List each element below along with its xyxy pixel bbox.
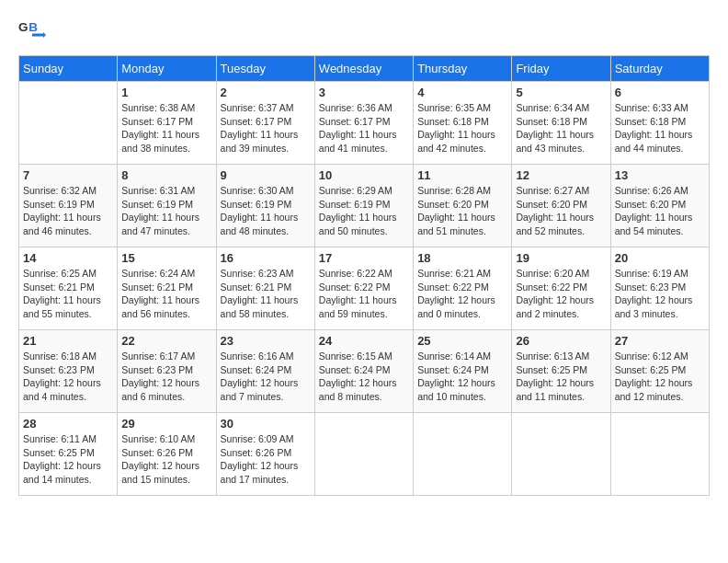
day-number: 18 [417, 251, 507, 265]
weekday-header-row: SundayMondayTuesdayWednesdayThursdayFrid… [19, 56, 710, 82]
day-cell: 30Sunrise: 6:09 AMSunset: 6:26 PMDayligh… [216, 413, 314, 496]
day-cell [414, 413, 512, 496]
day-number: 2 [221, 86, 311, 99]
svg-text:G: G [18, 20, 28, 34]
day-info: Sunrise: 6:29 AMSunset: 6:19 PMDaylight:… [319, 184, 409, 238]
day-number: 29 [121, 417, 211, 431]
day-number: 8 [121, 168, 211, 182]
day-info: Sunrise: 6:35 AMSunset: 6:18 PMDaylight:… [417, 101, 507, 155]
day-info: Sunrise: 6:28 AMSunset: 6:20 PMDaylight:… [417, 184, 507, 238]
day-info: Sunrise: 6:09 AMSunset: 6:26 PMDaylight:… [221, 432, 311, 487]
day-info: Sunrise: 6:19 AMSunset: 6:23 PMDaylight:… [615, 267, 705, 321]
weekday-header-saturday: Saturday [610, 56, 709, 82]
week-row-1: 1Sunrise: 6:38 AMSunset: 6:17 PMDaylight… [19, 82, 710, 165]
day-info: Sunrise: 6:15 AMSunset: 6:24 PMDaylight:… [319, 350, 409, 404]
day-number: 13 [615, 168, 705, 182]
day-info: Sunrise: 6:12 AMSunset: 6:25 PMDaylight:… [615, 350, 705, 404]
day-info: Sunrise: 6:17 AMSunset: 6:23 PMDaylight:… [121, 350, 211, 404]
day-cell: 23Sunrise: 6:16 AMSunset: 6:24 PMDayligh… [216, 330, 314, 413]
day-cell: 22Sunrise: 6:17 AMSunset: 6:23 PMDayligh… [118, 330, 216, 413]
day-number: 11 [417, 168, 507, 182]
weekday-header-tuesday: Tuesday [216, 56, 314, 82]
day-cell: 25Sunrise: 6:14 AMSunset: 6:24 PMDayligh… [414, 330, 512, 413]
weekday-header-monday: Monday [118, 56, 216, 82]
day-number: 5 [516, 86, 606, 99]
logo-icon: G B [18, 18, 46, 46]
day-number: 15 [121, 251, 211, 265]
day-cell: 29Sunrise: 6:10 AMSunset: 6:26 PMDayligh… [118, 413, 216, 496]
day-number: 4 [417, 86, 507, 99]
day-number: 22 [121, 334, 211, 348]
day-cell: 20Sunrise: 6:19 AMSunset: 6:23 PMDayligh… [610, 247, 709, 330]
day-cell: 11Sunrise: 6:28 AMSunset: 6:20 PMDayligh… [414, 165, 512, 247]
day-cell: 24Sunrise: 6:15 AMSunset: 6:24 PMDayligh… [314, 330, 413, 413]
day-info: Sunrise: 6:38 AMSunset: 6:17 PMDaylight:… [121, 101, 211, 155]
day-cell [19, 82, 118, 165]
day-number: 21 [23, 334, 113, 348]
day-info: Sunrise: 6:33 AMSunset: 6:18 PMDaylight:… [615, 101, 705, 155]
day-info: Sunrise: 6:23 AMSunset: 6:21 PMDaylight:… [221, 267, 311, 321]
day-cell: 28Sunrise: 6:11 AMSunset: 6:25 PMDayligh… [19, 413, 118, 496]
day-number: 16 [221, 251, 311, 265]
day-number: 27 [615, 334, 705, 348]
day-number: 20 [615, 251, 705, 265]
weekday-header-friday: Friday [512, 56, 610, 82]
day-info: Sunrise: 6:36 AMSunset: 6:17 PMDaylight:… [319, 101, 409, 155]
day-cell: 4Sunrise: 6:35 AMSunset: 6:18 PMDaylight… [414, 82, 512, 165]
day-info: Sunrise: 6:32 AMSunset: 6:19 PMDaylight:… [23, 184, 113, 238]
day-number: 26 [516, 334, 606, 348]
day-info: Sunrise: 6:30 AMSunset: 6:19 PMDaylight:… [221, 184, 311, 238]
day-number: 3 [319, 86, 409, 99]
day-number: 24 [319, 334, 409, 348]
day-cell: 9Sunrise: 6:30 AMSunset: 6:19 PMDaylight… [216, 165, 314, 247]
weekday-header-wednesday: Wednesday [314, 56, 413, 82]
day-info: Sunrise: 6:10 AMSunset: 6:26 PMDaylight:… [121, 432, 211, 487]
day-cell: 12Sunrise: 6:27 AMSunset: 6:20 PMDayligh… [512, 165, 610, 247]
day-cell: 15Sunrise: 6:24 AMSunset: 6:21 PMDayligh… [118, 247, 216, 330]
day-number: 7 [23, 168, 113, 182]
day-cell: 17Sunrise: 6:22 AMSunset: 6:22 PMDayligh… [314, 247, 413, 330]
weekday-header-sunday: Sunday [19, 56, 118, 82]
day-info: Sunrise: 6:27 AMSunset: 6:20 PMDaylight:… [516, 184, 606, 238]
day-cell [512, 413, 610, 496]
week-row-2: 7Sunrise: 6:32 AMSunset: 6:19 PMDaylight… [19, 165, 710, 247]
day-info: Sunrise: 6:24 AMSunset: 6:21 PMDaylight:… [121, 267, 211, 321]
day-number: 14 [23, 251, 113, 265]
day-info: Sunrise: 6:26 AMSunset: 6:20 PMDaylight:… [615, 184, 705, 238]
svg-text:B: B [28, 20, 38, 34]
day-number: 19 [516, 251, 606, 265]
day-info: Sunrise: 6:25 AMSunset: 6:21 PMDaylight:… [23, 267, 113, 321]
day-cell: 16Sunrise: 6:23 AMSunset: 6:21 PMDayligh… [216, 247, 314, 330]
week-row-3: 14Sunrise: 6:25 AMSunset: 6:21 PMDayligh… [19, 247, 710, 330]
day-number: 23 [221, 334, 311, 348]
day-cell: 7Sunrise: 6:32 AMSunset: 6:19 PMDaylight… [19, 165, 118, 247]
week-row-4: 21Sunrise: 6:18 AMSunset: 6:23 PMDayligh… [19, 330, 710, 413]
day-cell: 21Sunrise: 6:18 AMSunset: 6:23 PMDayligh… [19, 330, 118, 413]
day-cell: 27Sunrise: 6:12 AMSunset: 6:25 PMDayligh… [610, 330, 709, 413]
day-number: 17 [319, 251, 409, 265]
day-cell: 8Sunrise: 6:31 AMSunset: 6:19 PMDaylight… [118, 165, 216, 247]
day-info: Sunrise: 6:16 AMSunset: 6:24 PMDaylight:… [221, 350, 311, 404]
day-info: Sunrise: 6:20 AMSunset: 6:22 PMDaylight:… [516, 267, 606, 321]
day-cell: 13Sunrise: 6:26 AMSunset: 6:20 PMDayligh… [610, 165, 709, 247]
day-number: 28 [23, 417, 113, 431]
day-cell [314, 413, 413, 496]
day-cell [610, 413, 709, 496]
day-info: Sunrise: 6:11 AMSunset: 6:25 PMDaylight:… [23, 432, 113, 487]
day-cell: 5Sunrise: 6:34 AMSunset: 6:18 PMDaylight… [512, 82, 610, 165]
day-info: Sunrise: 6:18 AMSunset: 6:23 PMDaylight:… [23, 350, 113, 404]
week-row-5: 28Sunrise: 6:11 AMSunset: 6:25 PMDayligh… [19, 413, 710, 496]
day-info: Sunrise: 6:13 AMSunset: 6:25 PMDaylight:… [516, 350, 606, 404]
day-number: 30 [221, 417, 311, 431]
day-info: Sunrise: 6:22 AMSunset: 6:22 PMDaylight:… [319, 267, 409, 321]
day-cell: 3Sunrise: 6:36 AMSunset: 6:17 PMDaylight… [314, 82, 413, 165]
day-info: Sunrise: 6:37 AMSunset: 6:17 PMDaylight:… [221, 101, 311, 155]
calendar-table: SundayMondayTuesdayWednesdayThursdayFrid… [18, 55, 710, 496]
day-number: 12 [516, 168, 606, 182]
day-cell: 26Sunrise: 6:13 AMSunset: 6:25 PMDayligh… [512, 330, 610, 413]
day-number: 10 [319, 168, 409, 182]
day-info: Sunrise: 6:14 AMSunset: 6:24 PMDaylight:… [417, 350, 507, 404]
day-cell: 1Sunrise: 6:38 AMSunset: 6:17 PMDaylight… [118, 82, 216, 165]
day-cell: 19Sunrise: 6:20 AMSunset: 6:22 PMDayligh… [512, 247, 610, 330]
day-cell: 10Sunrise: 6:29 AMSunset: 6:19 PMDayligh… [314, 165, 413, 247]
